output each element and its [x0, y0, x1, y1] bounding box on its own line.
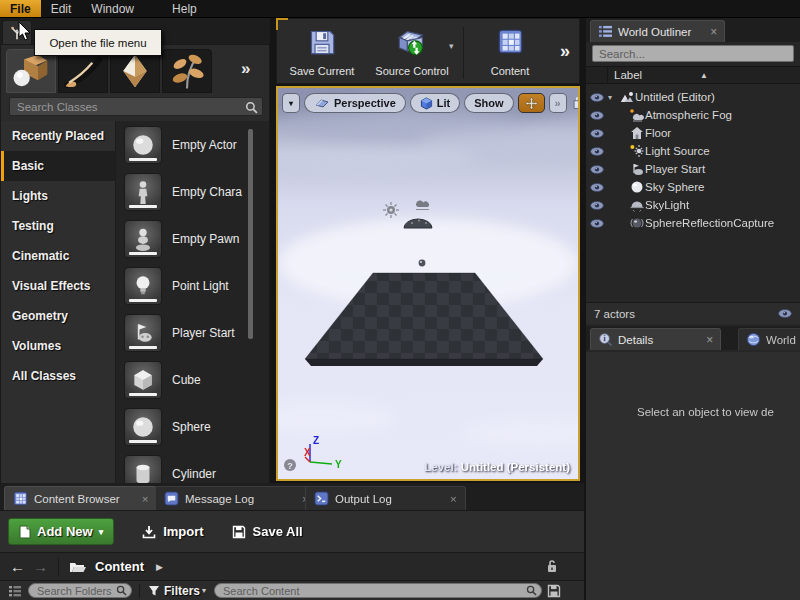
visibility-eye-icon[interactable]: [586, 165, 608, 174]
sphere-icon: [124, 408, 162, 446]
save-current-button[interactable]: Save Current: [283, 25, 361, 81]
landscape-mode-icon: [111, 50, 159, 92]
details-tab[interactable]: Details ×: [590, 328, 721, 350]
caret-down-icon[interactable]: ▾: [202, 586, 206, 595]
outliner-row-untitled[interactable]: ▾ Untitled (Editor): [586, 88, 800, 106]
close-tab-icon[interactable]: ×: [142, 493, 149, 505]
outliner-list-icon: [598, 25, 613, 38]
source-control-button[interactable]: Source Control: [369, 25, 455, 81]
item-sphere[interactable]: Sphere: [116, 403, 269, 450]
close-tab-icon[interactable]: ×: [706, 333, 713, 347]
visibility-eye-icon[interactable]: [586, 183, 608, 192]
item-cylinder[interactable]: Cylinder: [116, 450, 269, 483]
maximize-viewport-icon[interactable]: [573, 97, 580, 110]
item-empty-character[interactable]: Empty Chara: [116, 168, 269, 215]
sources-panel-icon[interactable]: [8, 585, 22, 597]
source-control-icon: [397, 28, 427, 56]
category-visual-effects[interactable]: Visual Effects: [1, 271, 115, 301]
caret-down-icon: ▾: [289, 99, 293, 108]
visibility-column: [586, 67, 608, 83]
item-cube[interactable]: Cube: [116, 356, 269, 403]
level-icon: [618, 90, 635, 104]
content-browser-tab[interactable]: Content Browser ×: [4, 486, 157, 510]
world-settings-tab[interactable]: World: [738, 328, 800, 350]
item-point-light[interactable]: Point Light: [116, 262, 269, 309]
content-browser-panel: Content Browser × Message Log × Output L…: [0, 483, 584, 600]
sky-sphere-icon: [628, 180, 645, 194]
category-cinematic[interactable]: Cinematic: [1, 241, 115, 271]
right-panel: World Outliner × Label ▲ ▾ Untitled (Edi…: [586, 18, 800, 600]
forward-button[interactable]: →: [33, 558, 48, 575]
breadcrumb-content[interactable]: Content: [95, 559, 144, 574]
visibility-eye-icon[interactable]: [586, 93, 608, 102]
content-icon: [497, 28, 524, 55]
category-lights[interactable]: Lights: [1, 181, 115, 211]
axis-z-label: Z: [313, 435, 319, 446]
message-log-tab[interactable]: Message Log ×: [155, 486, 318, 510]
category-recently-placed[interactable]: Recently Placed: [1, 121, 115, 151]
move-tool-button[interactable]: [518, 93, 545, 113]
toolbar-overflow-chevron-icon[interactable]: »: [560, 41, 568, 62]
menu-edit[interactable]: Edit: [41, 0, 82, 17]
filters-button[interactable]: Filters: [164, 584, 200, 598]
visibility-eye-icon[interactable]: [586, 129, 608, 138]
visibility-eye-icon[interactable]: [586, 111, 608, 120]
outliner-row-player-start[interactable]: Player Start: [586, 160, 800, 178]
close-tab-icon[interactable]: ×: [710, 25, 717, 39]
lock-icon[interactable]: [546, 559, 558, 573]
outliner-row-skylight[interactable]: SkyLight: [586, 196, 800, 214]
category-basic[interactable]: Basic: [1, 151, 115, 181]
item-player-start[interactable]: Player Start: [116, 309, 269, 356]
import-button[interactable]: Import: [142, 524, 203, 539]
output-log-tab[interactable]: Output Log ×: [305, 486, 466, 510]
visibility-eye-icon[interactable]: [586, 219, 608, 228]
items-scrollbar[interactable]: [248, 129, 253, 339]
breadcrumb-arrow-icon[interactable]: ▶: [156, 562, 163, 572]
viewport-options-button[interactable]: ▾: [282, 93, 300, 113]
item-empty-actor[interactable]: Empty Actor: [116, 121, 269, 168]
menu-help[interactable]: Help: [162, 0, 207, 17]
expand-arrow-icon[interactable]: ▾: [608, 93, 618, 102]
unreal-editor-window: i: [0, 0, 800, 600]
world-outliner-tab[interactable]: World Outliner ×: [590, 20, 725, 42]
visibility-eye-icon[interactable]: [586, 147, 608, 156]
label-column-header[interactable]: Label: [608, 69, 700, 81]
menu-file[interactable]: File: [0, 0, 41, 17]
mode-tab-foliage[interactable]: [162, 49, 212, 93]
show-button[interactable]: Show: [464, 93, 513, 113]
sort-ascending-icon[interactable]: ▲: [700, 71, 708, 80]
cube-icon: [124, 361, 162, 399]
viewport-canvas[interactable]: Z X Y ?: [278, 88, 578, 479]
source-control-caret-icon[interactable]: ▾: [449, 41, 454, 51]
outliner-row-sphere-reflection-capture[interactable]: SphereReflectionCapture: [586, 214, 800, 232]
close-tab-icon[interactable]: ×: [450, 493, 457, 505]
menu-window[interactable]: Window: [81, 0, 144, 17]
item-empty-pawn[interactable]: Empty Pawn: [116, 215, 269, 262]
content-button[interactable]: Content: [471, 25, 549, 81]
category-all-classes[interactable]: All Classes: [1, 361, 115, 391]
more-tools-chevron[interactable]: »: [549, 93, 567, 113]
search-content-input[interactable]: [214, 583, 542, 598]
category-geometry[interactable]: Geometry: [1, 301, 115, 331]
back-button[interactable]: ←: [10, 558, 25, 575]
add-new-button[interactable]: Add New ▾: [8, 518, 114, 545]
outliner-row-floor[interactable]: Floor: [586, 124, 800, 142]
outliner-search-input[interactable]: [592, 45, 794, 62]
save-all-button[interactable]: Save All: [232, 524, 303, 539]
search-classes-input[interactable]: [9, 97, 263, 116]
save-search-icon[interactable]: [547, 584, 561, 598]
outliner-row-atmospheric-fog[interactable]: Atmospheric Fog: [586, 106, 800, 124]
perspective-button[interactable]: Perspective: [304, 93, 406, 113]
globe-icon: [746, 332, 761, 347]
outliner-row-sky-sphere[interactable]: Sky Sphere: [586, 178, 800, 196]
category-volumes[interactable]: Volumes: [1, 331, 115, 361]
visibility-eye-icon[interactable]: [586, 201, 608, 210]
outliner-row-light-source[interactable]: Light Source: [586, 142, 800, 160]
lit-button[interactable]: Lit: [410, 93, 460, 113]
more-modes-chevron-icon[interactable]: »: [241, 59, 248, 79]
place-mode-icon: [7, 50, 55, 92]
filters-funnel-icon[interactable]: [148, 585, 160, 597]
global-visibility-eye-icon[interactable]: [778, 309, 792, 318]
category-testing[interactable]: Testing: [1, 211, 115, 241]
open-folder-icon: [69, 560, 87, 574]
